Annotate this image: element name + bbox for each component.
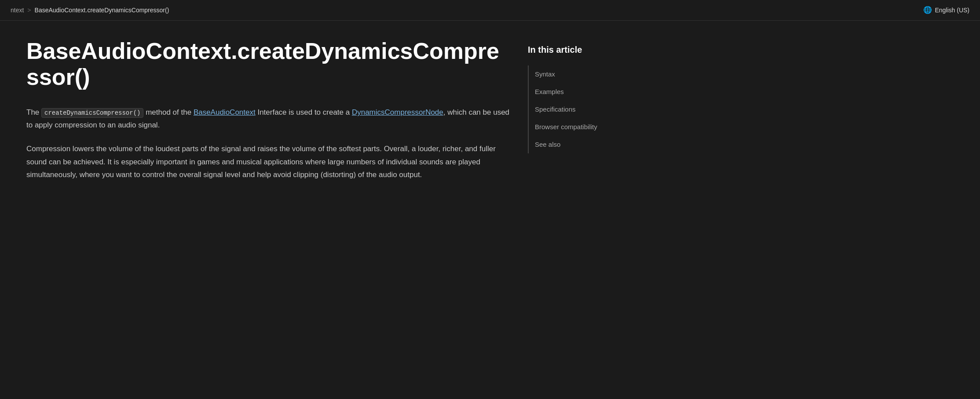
description-intro: The: [26, 108, 41, 116]
link-dynamics-compressor-node[interactable]: DynamicsCompressorNode: [352, 108, 443, 116]
sidebar: In this article Syntax Examples Specific…: [528, 38, 633, 194]
compression-description: Compression lowers the volume of the lou…: [26, 142, 510, 181]
content-area: BaseAudioContext.createDynamicsCompresso…: [26, 38, 510, 194]
top-bar: ntext > BaseAudioContext.createDynamicsC…: [0, 0, 980, 21]
breadcrumb-context: ntext: [11, 5, 24, 15]
description-middle: method of the: [143, 108, 193, 116]
sidebar-title: In this article: [528, 43, 633, 57]
language-label: English (US): [935, 5, 969, 15]
breadcrumb-separator: >: [27, 5, 31, 15]
description-block: The createDynamicsCompressor() method of…: [26, 106, 510, 181]
language-selector[interactable]: 🌐 English (US): [923, 4, 969, 16]
sidebar-link-syntax[interactable]: Syntax: [535, 65, 633, 83]
sidebar-nav-line: [528, 65, 529, 153]
description-after-link: Interface is used to create a: [256, 108, 352, 116]
link-base-audio-context[interactable]: BaseAudioContext: [194, 108, 256, 116]
sidebar-link-specifications[interactable]: Specifications: [535, 101, 633, 118]
description-paragraph: The createDynamicsCompressor() method of…: [26, 106, 510, 132]
sidebar-link-examples[interactable]: Examples: [535, 83, 633, 101]
sidebar-link-browser-compatibility[interactable]: Browser compatibility: [535, 118, 633, 136]
breadcrumb: ntext > BaseAudioContext.createDynamicsC…: [11, 5, 169, 15]
sidebar-nav: Syntax Examples Specifications Browser c…: [528, 65, 633, 153]
main-layout: BaseAudioContext.createDynamicsCompresso…: [0, 21, 980, 221]
inline-code-method: createDynamicsCompressor(): [41, 108, 143, 118]
breadcrumb-current: BaseAudioContext.createDynamicsCompresso…: [35, 5, 169, 15]
sidebar-link-see-also[interactable]: See also: [535, 136, 633, 153]
globe-icon: 🌐: [923, 4, 932, 16]
page-title: BaseAudioContext.createDynamicsCompresso…: [26, 38, 510, 91]
